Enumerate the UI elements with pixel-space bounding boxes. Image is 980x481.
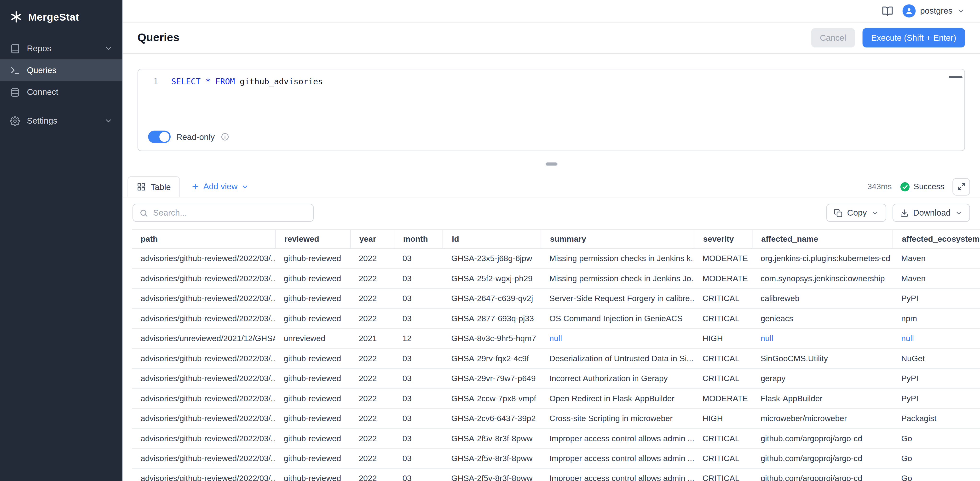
line-number: 1 xyxy=(138,76,161,125)
table-row[interactable]: advisories/github-reviewed/2022/03/...gi… xyxy=(132,389,980,408)
table-cell: 2022 xyxy=(350,289,394,308)
chevron-down-icon xyxy=(955,209,963,217)
expand-button[interactable] xyxy=(953,178,970,195)
table-cell: CRITICAL xyxy=(694,369,752,388)
topbar: postgres xyxy=(123,0,980,22)
table-row[interactable]: advisories/github-reviewed/2022/03/...gi… xyxy=(132,369,980,389)
toggle-knob xyxy=(159,132,169,142)
table-row[interactable]: advisories/github-reviewed/2022/03/...gi… xyxy=(132,449,980,468)
table-cell: MODERATE xyxy=(694,269,752,288)
table-cell: Deserialization of Untrusted Data in Si.… xyxy=(541,349,694,368)
table-cell: CRITICAL xyxy=(694,449,752,468)
copy-label: Copy xyxy=(847,208,867,217)
add-view-label: Add view xyxy=(203,182,237,191)
table-cell: advisories/github-reviewed/2022/03/... xyxy=(132,289,275,308)
resize-row xyxy=(123,151,980,176)
sidebar-item-repos[interactable]: Repos xyxy=(0,38,123,59)
table-row[interactable]: advisories/github-reviewed/2022/03/...gi… xyxy=(132,468,980,481)
table-cell: 03 xyxy=(394,269,442,288)
copy-button[interactable]: Copy xyxy=(826,203,886,222)
table-cell: CRITICAL xyxy=(694,289,752,308)
sql-editor[interactable]: 1 SELECT * FROM github_advisories xyxy=(138,70,964,125)
table-cell: 03 xyxy=(394,468,442,481)
table-cell: 2022 xyxy=(350,269,394,288)
tab-table[interactable]: Table xyxy=(127,176,180,198)
user-name: postgres xyxy=(920,6,953,16)
table-cell: github-reviewed xyxy=(275,468,350,481)
table-row[interactable]: advisories/github-reviewed/2022/03/...gi… xyxy=(132,249,980,268)
readonly-toggle[interactable] xyxy=(148,130,170,143)
table-cell: GHSA-8v3c-9hr5-hqm7 xyxy=(442,329,541,348)
table-cell: MODERATE xyxy=(694,389,752,408)
cancel-button[interactable]: Cancel xyxy=(811,28,855,48)
avatar xyxy=(903,4,916,17)
table-cell: com.synopsys.jenkinsci:ownership xyxy=(752,269,892,288)
table-cell: 03 xyxy=(394,449,442,468)
resize-handle[interactable] xyxy=(545,162,557,165)
table-cell: 03 xyxy=(394,369,442,388)
table-row[interactable]: advisories/github-reviewed/2022/03/...gi… xyxy=(132,289,980,308)
table-cell: 03 xyxy=(394,249,442,268)
search-row: Copy Download xyxy=(123,197,980,229)
table-row[interactable]: advisories/github-reviewed/2022/03/...gi… xyxy=(132,349,980,368)
add-view-button[interactable]: Add view xyxy=(191,182,249,191)
download-button[interactable]: Download xyxy=(892,203,970,222)
user-menu[interactable]: postgres xyxy=(903,4,965,17)
chevron-down-icon xyxy=(105,117,113,125)
info-icon[interactable] xyxy=(220,132,229,141)
grid-icon xyxy=(137,183,146,191)
table-cell: CRITICAL xyxy=(694,468,752,481)
sidebar-item-queries[interactable]: Queries xyxy=(0,59,123,81)
table-cell: github-reviewed xyxy=(275,449,350,468)
maximize-icon xyxy=(957,183,966,190)
table-cell: 2022 xyxy=(350,309,394,328)
table-cell: Improper access control allows admin ... xyxy=(541,449,694,468)
tab-table-label: Table xyxy=(151,182,171,191)
sidebar-item-settings[interactable]: Settings xyxy=(0,110,123,132)
table-cell: GHSA-2cv6-6437-39p2 xyxy=(442,409,541,428)
table-row[interactable]: advisories/github-reviewed/2022/03/...gi… xyxy=(132,409,980,429)
main-content: postgres Queries Cancel Execute (Shift +… xyxy=(123,0,980,481)
table-cell: 2022 xyxy=(350,468,394,481)
table-cell: CRITICAL xyxy=(694,309,752,328)
column-header-id: id xyxy=(442,230,541,248)
query-editor-card: 1 SELECT * FROM github_advisories Read-o… xyxy=(138,69,965,151)
table-cell: github.com/argoproj/argo-cd xyxy=(752,468,892,481)
table-cell: github.com/argoproj/argo-cd xyxy=(752,449,892,468)
repo-icon xyxy=(10,43,20,53)
sidebar-item-connect[interactable]: Connect xyxy=(0,81,123,103)
table-cell: github-reviewed xyxy=(275,429,350,448)
toolbar-right: 343ms Success xyxy=(867,178,970,195)
table-cell: 2022 xyxy=(350,369,394,388)
table-row[interactable]: advisories/github-reviewed/2022/03/...gi… xyxy=(132,309,980,329)
table-cell: Incorrect Authorization in Gerapy xyxy=(541,369,694,388)
editor-scrollbar[interactable] xyxy=(949,76,963,78)
table-cell: advisories/github-reviewed/2022/03/... xyxy=(132,309,275,328)
sidebar-item-label: Queries xyxy=(27,66,56,75)
table-header-row: pathreviewedyearmonthidsummaryseverityaf… xyxy=(132,229,980,249)
table-cell: 03 xyxy=(394,289,442,308)
table-row[interactable]: advisories/github-reviewed/2022/03/...gi… xyxy=(132,269,980,289)
table-cell: Missing permission checks in Jenkins k..… xyxy=(541,249,694,268)
table-cell: GHSA-2877-693q-pj33 xyxy=(442,309,541,328)
table-cell: github-reviewed xyxy=(275,309,350,328)
page-title: Queries xyxy=(138,31,180,44)
mergestat-logo-icon xyxy=(10,11,22,23)
book-open-icon[interactable] xyxy=(882,5,893,16)
table-cell: Missing permission check in Jenkins Jo..… xyxy=(541,269,694,288)
table-row[interactable]: advisories/unreviewed/2021/12/GHSA...unr… xyxy=(132,329,980,349)
table-cell: advisories/github-reviewed/2022/03/... xyxy=(132,349,275,368)
search-actions: Copy Download xyxy=(826,203,970,222)
search-input[interactable] xyxy=(153,208,307,217)
terminal-icon xyxy=(10,65,20,75)
table-cell: advisories/github-reviewed/2022/03/... xyxy=(132,409,275,428)
column-header-month: month xyxy=(394,230,442,248)
table-cell: npm xyxy=(892,309,980,328)
table-cell: github-reviewed xyxy=(275,389,350,408)
table-cell: github-reviewed xyxy=(275,249,350,268)
table-cell: genieacs xyxy=(752,309,892,328)
execute-button[interactable]: Execute (Shift + Enter) xyxy=(862,28,965,48)
table-cell: Cross-site Scripting in microweber xyxy=(541,409,694,428)
table-cell: microweber/microweber xyxy=(752,409,892,428)
table-row[interactable]: advisories/github-reviewed/2022/03/...gi… xyxy=(132,429,980,448)
